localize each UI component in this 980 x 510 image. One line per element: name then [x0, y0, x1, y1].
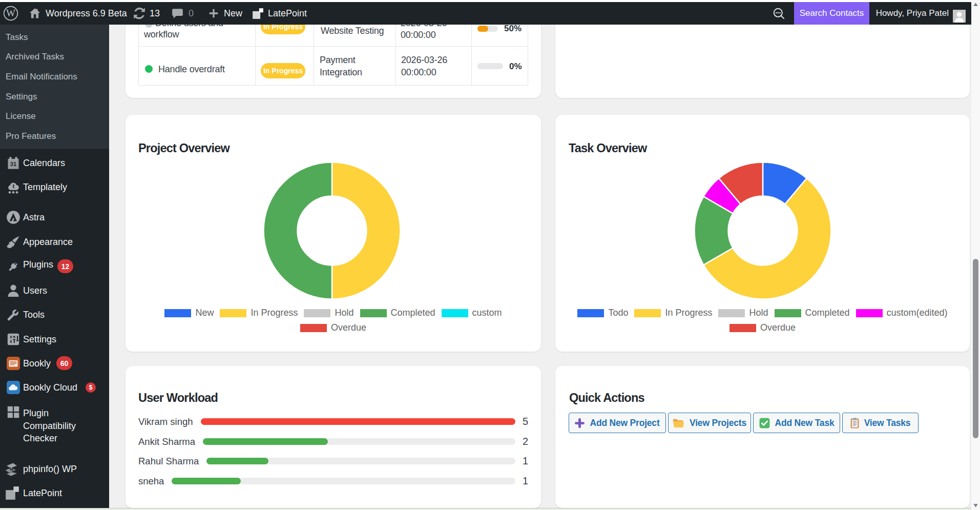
- svg-text:t: t: [13, 183, 15, 190]
- svg-text:W: W: [9, 466, 14, 472]
- svg-text:W: W: [6, 8, 15, 18]
- svg-text:31: 31: [10, 161, 16, 167]
